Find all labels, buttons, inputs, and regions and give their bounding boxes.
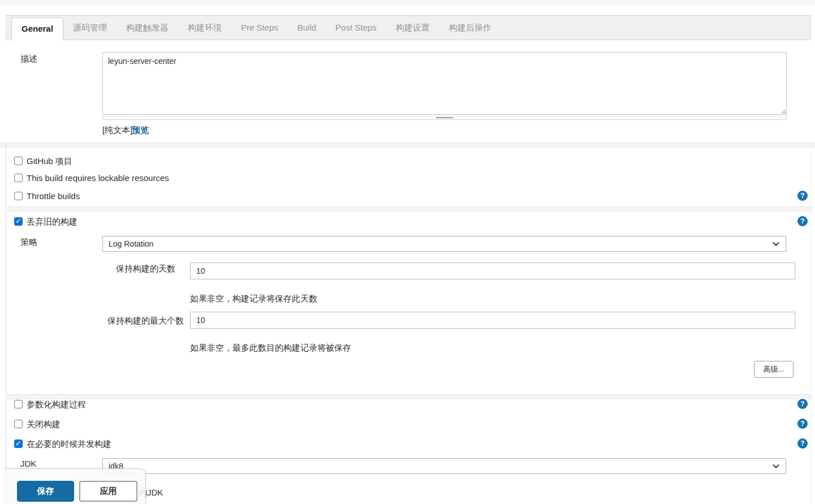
tab-post-steps[interactable]: Post Steps bbox=[326, 16, 386, 40]
resize-grip-icon bbox=[436, 117, 453, 118]
section-divider bbox=[6, 394, 811, 399]
github-project-label[interactable]: GitHub 项目 bbox=[27, 156, 72, 167]
help-icon[interactable]: ? bbox=[797, 191, 808, 201]
tab-scm[interactable]: 源码管理 bbox=[63, 16, 117, 40]
tab-post-build-actions[interactable]: 构建后操作 bbox=[439, 16, 501, 40]
tab-pre-steps[interactable]: Pre Steps bbox=[231, 16, 288, 40]
description-label: 描述 bbox=[20, 54, 37, 64]
days-to-keep-input[interactable] bbox=[190, 262, 795, 279]
days-to-keep-help-text: 如果非空，构建记录将保存此天数 bbox=[190, 294, 317, 304]
tab-general[interactable]: General bbox=[11, 18, 63, 41]
lockable-resources-label[interactable]: This build requires lockable resources bbox=[27, 173, 169, 183]
save-panel: 保存 应用 bbox=[5, 468, 146, 504]
page-top-strip bbox=[0, 0, 815, 5]
help-icon[interactable]: ? bbox=[797, 438, 808, 449]
advanced-button[interactable]: 高级... bbox=[754, 361, 794, 378]
tab-build-environment[interactable]: 构建环境 bbox=[178, 16, 231, 40]
tab-build-triggers[interactable]: 构建触发器 bbox=[117, 16, 178, 40]
concurrent-builds-label[interactable]: 在必要的时候并发构建 bbox=[27, 439, 111, 450]
textarea-resize-handle[interactable] bbox=[102, 116, 787, 120]
max-builds-to-keep-label: 保持构建的最大个数 bbox=[105, 316, 184, 326]
max-builds-help-text: 如果非空，最多此数目的构建记录将被保存 bbox=[190, 343, 351, 354]
max-builds-to-keep-input[interactable] bbox=[190, 312, 795, 329]
section-divider bbox=[6, 206, 811, 212]
strategy-select-value: Log Rotation bbox=[109, 239, 772, 248]
tab-build-settings[interactable]: 构建设置 bbox=[386, 16, 439, 40]
github-project-checkbox[interactable] bbox=[14, 157, 23, 165]
jdk-select[interactable]: jdk8 bbox=[102, 458, 786, 474]
jdk-select-value: jdk8 bbox=[109, 462, 772, 471]
description-textarea[interactable]: leyun-server-center bbox=[102, 52, 787, 115]
chevron-down-icon bbox=[772, 462, 780, 470]
disable-build-checkbox[interactable] bbox=[14, 420, 23, 428]
discard-old-builds-checkbox[interactable] bbox=[14, 217, 23, 226]
help-icon[interactable]: ? bbox=[797, 399, 808, 409]
description-preview-link[interactable]: 预览 bbox=[132, 125, 149, 136]
jenkins-job-config-page: General 源码管理 构建触发器 构建环境 Pre Steps Build … bbox=[0, 0, 815, 504]
strategy-select[interactable]: Log Rotation bbox=[102, 236, 786, 252]
apply-button[interactable]: 应用 bbox=[79, 481, 137, 502]
discard-old-builds-label[interactable]: 丢弃旧的构建 bbox=[27, 217, 77, 227]
throttle-builds-label[interactable]: Throttle builds bbox=[27, 191, 80, 201]
disable-build-label[interactable]: 关闭构建 bbox=[27, 419, 61, 430]
chevron-down-icon bbox=[772, 240, 780, 248]
parameterized-build-label[interactable]: 参数化构建过程 bbox=[27, 399, 86, 410]
description-mode-label: [纯文本] bbox=[102, 125, 132, 136]
parameterized-build-checkbox[interactable] bbox=[14, 400, 23, 408]
panel-left-border bbox=[6, 143, 6, 504]
tab-build[interactable]: Build bbox=[288, 16, 326, 40]
strategy-label: 策略 bbox=[20, 237, 37, 248]
help-icon[interactable]: ? bbox=[797, 419, 808, 429]
save-button[interactable]: 保存 bbox=[17, 481, 74, 502]
days-to-keep-label: 保持构建的天数 bbox=[112, 264, 175, 274]
config-tabbar: General 源码管理 构建触发器 构建环境 Pre Steps Build … bbox=[6, 15, 811, 40]
lockable-resources-checkbox[interactable] bbox=[14, 174, 23, 182]
throttle-builds-checkbox[interactable] bbox=[14, 192, 23, 200]
panel-right-border bbox=[811, 143, 812, 504]
help-icon[interactable]: ? bbox=[797, 216, 808, 226]
section-divider bbox=[0, 143, 815, 148]
concurrent-builds-checkbox[interactable] bbox=[14, 440, 23, 448]
jdk-label: JDK bbox=[20, 459, 36, 468]
